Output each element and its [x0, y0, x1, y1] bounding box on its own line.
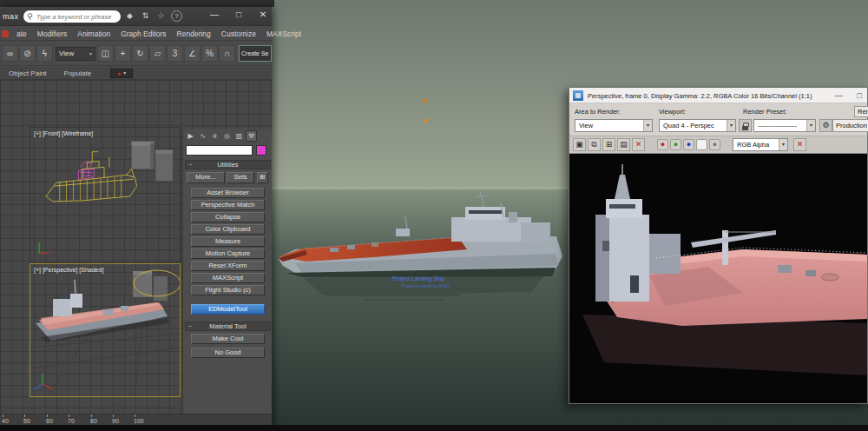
max-titlebar[interactable]: max ⚲ ◆ ⇅ ☆ ? — □ ✕: [0, 7, 272, 26]
alpha-channel-toggle[interactable]: □: [696, 139, 707, 150]
select-and-link-icon[interactable]: ∞: [2, 45, 18, 62]
render-preset-dropdown[interactable]: ------------------ ▾: [753, 119, 816, 132]
search-input[interactable]: [23, 10, 121, 23]
close-channel-icon[interactable]: ✕: [793, 138, 806, 151]
menu-customize[interactable]: Customize: [216, 30, 261, 38]
display-tab-icon[interactable]: ▥: [233, 130, 245, 142]
save-image-icon[interactable]: ▣: [573, 138, 586, 151]
render-setup-button[interactable]: ⚙: [819, 119, 832, 132]
maximize-icon[interactable]: □: [858, 91, 862, 100]
viewport-lock-button[interactable]: [739, 119, 752, 132]
minimize-icon[interactable]: —: [209, 10, 220, 19]
rendered-frame-window: ▦ Perspective, frame 0, Display Gamma: 2…: [569, 87, 868, 404]
clone-window-icon[interactable]: ⊞: [602, 138, 615, 151]
create-selection-set-button[interactable]: Create Se: [239, 45, 272, 62]
utility-button-maxscript[interactable]: MAXScript: [191, 273, 265, 283]
reference-coordinate-dropdown[interactable]: View ▾: [56, 47, 95, 61]
utilities-rollout-header[interactable]: − Utilities: [185, 160, 271, 169]
window-controls: — □ ✕: [209, 10, 268, 19]
utilities-tab-icon[interactable]: ⚒: [246, 130, 257, 142]
modify-tab-icon[interactable]: ∿: [197, 130, 208, 142]
select-and-rotate-icon[interactable]: ↻: [132, 45, 148, 62]
utilities-list-icon[interactable]: ⊞: [257, 172, 268, 183]
monochrome-toggle[interactable]: ●: [709, 139, 720, 150]
snaps-toggle-icon[interactable]: 3: [167, 45, 183, 62]
object-color-swatch[interactable]: [256, 145, 266, 156]
utility-button-flight-studio[interactable]: Flight Studio (c): [191, 285, 265, 295]
utility-button-color-clipboard[interactable]: Color Clipboard: [191, 224, 265, 235]
object-name-field[interactable]: [186, 145, 253, 156]
production-mode-button[interactable]: Production: [832, 119, 868, 132]
copy-image-icon[interactable]: ⧉: [588, 138, 601, 151]
menu-modifiers[interactable]: Modifiers: [32, 30, 72, 38]
utility-button-motion-capture[interactable]: Motion Capture: [191, 249, 265, 259]
record-dot-icon: ●: [117, 70, 121, 76]
utility-button-perspective-match[interactable]: Perspective Match: [191, 200, 265, 210]
viewport-perspective[interactable]: [+] [Perspective] [Shaded]: [30, 263, 181, 397]
menu-animation[interactable]: Animation: [72, 30, 115, 38]
select-and-move-icon[interactable]: +: [115, 45, 131, 62]
angle-snap-icon[interactable]: ∠: [184, 45, 201, 62]
close-icon[interactable]: ✕: [258, 10, 268, 19]
utility-button-edmodeltool[interactable]: EDModelTool: [191, 304, 265, 315]
utility-button-asset-browser[interactable]: Asset Browser: [191, 188, 265, 198]
minimize-icon[interactable]: —: [835, 91, 843, 100]
help-icon[interactable]: ?: [171, 10, 182, 22]
tab-populate[interactable]: Populate: [56, 70, 101, 77]
sets-button[interactable]: Sets: [227, 172, 254, 183]
ruler-tick: 60: [46, 418, 53, 424]
material-tool-rollout-header[interactable]: − Material Tool: [185, 322, 271, 331]
menu-create[interactable]: ate: [11, 30, 32, 38]
render-canvas: [569, 154, 867, 403]
make-cool-button[interactable]: Make Cool: [191, 334, 265, 344]
create-tab-icon[interactable]: ▶: [185, 130, 196, 142]
more-button[interactable]: More...: [187, 172, 225, 183]
select-and-scale-icon[interactable]: ▱: [149, 45, 166, 62]
motion-tab-icon[interactable]: ◎: [221, 130, 233, 142]
selected-wireframe[interactable]: [78, 162, 94, 179]
channel-display-dropdown[interactable]: RGB Alpha ▾: [733, 138, 788, 151]
ribbon-record-dropdown[interactable]: ● ▾: [110, 69, 133, 78]
render-titlebar[interactable]: ▦ Perspective, frame 0, Display Gamma: 2…: [569, 88, 867, 103]
unlink-selection-icon[interactable]: ⊘: [19, 45, 36, 62]
utility-button-reset-xform[interactable]: Reset XForm: [191, 261, 265, 271]
utility-button-collapse[interactable]: Collapse: [191, 212, 265, 222]
search-icon: ⚲: [27, 12, 33, 21]
sync-icon[interactable]: ⇅: [140, 10, 151, 22]
menu-maxscript[interactable]: MAXScript: [261, 30, 306, 38]
bind-to-spacewarp-icon[interactable]: ϟ: [36, 45, 53, 62]
no-good-button[interactable]: No Good: [191, 348, 265, 358]
maximize-icon[interactable]: □: [233, 10, 244, 19]
favorites-icon[interactable]: ☆: [155, 10, 167, 22]
viewport-dropdown[interactable]: Quad 4 - Perspec ▾: [659, 119, 736, 132]
mirror-icon[interactable]: ◫: [97, 45, 114, 62]
viewport-perspective-label[interactable]: [+] [Perspective] [Shaded]: [34, 267, 103, 273]
render-button[interactable]: Render: [854, 106, 868, 117]
clear-image-icon[interactable]: ✕: [632, 138, 645, 151]
spinner-snap-icon[interactable]: ∩: [219, 45, 235, 62]
wireframe-ship[interactable]: [46, 152, 137, 202]
menu-rendering[interactable]: Rendering: [172, 30, 216, 38]
viewport-front-label[interactable]: [+] [Front] [Wireframe]: [34, 130, 93, 136]
tab-object-paint[interactable]: Object Paint: [0, 70, 56, 77]
area-to-render-dropdown[interactable]: View ▾: [575, 119, 653, 132]
max-window: max ⚲ ◆ ⇅ ☆ ? — □ ✕ ate Modifiers Animat…: [0, 7, 272, 431]
blue-channel-toggle[interactable]: ●: [683, 139, 694, 150]
red-channel-toggle[interactable]: ●: [657, 139, 668, 150]
viewport-front[interactable]: [+] [Front] [Wireframe]: [30, 127, 181, 263]
print-image-icon[interactable]: ▤: [617, 138, 630, 151]
ship-name-label-reflection: Project Landing Ship: [401, 283, 450, 288]
viewport-front-content: [30, 128, 180, 262]
timeline-ruler[interactable]: 40 50 60 70 80 90 100: [0, 414, 272, 426]
menu-graph-editors[interactable]: Graph Editors: [115, 30, 171, 38]
area-to-render-value: View: [579, 122, 593, 129]
render-window-title: Perspective, frame 0, Display Gamma: 2.2…: [588, 92, 812, 100]
hierarchy-tab-icon[interactable]: #: [209, 130, 220, 142]
lock-icon: [742, 126, 748, 130]
chevron-down-icon: ▾: [643, 120, 652, 131]
account-icon[interactable]: ◆: [124, 10, 135, 22]
utility-button-measure[interactable]: Measure: [191, 236, 265, 247]
percent-snap-icon[interactable]: %: [201, 45, 218, 62]
green-channel-toggle[interactable]: ●: [670, 139, 681, 150]
ruler-tick: 50: [23, 418, 30, 424]
